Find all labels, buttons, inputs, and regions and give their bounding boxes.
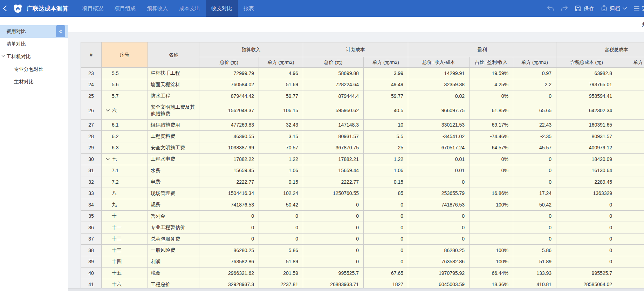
row-value-3[interactable]: 10 (364, 119, 408, 131)
row-value-3[interactable]: 67.65 (364, 268, 408, 279)
row-seq[interactable]: 6.2 (102, 131, 148, 142)
row-value-6[interactable]: 22.43 (513, 119, 556, 131)
row-name[interactable]: 栏杆扶手工程 (148, 68, 199, 79)
row-value-4[interactable]: 0.01 (408, 154, 470, 165)
row-value-7[interactable]: 0 (556, 210, 617, 222)
row-name[interactable]: 墙面天棚涂料 (148, 79, 199, 90)
row-value-2[interactable]: 58699.88 (303, 68, 364, 79)
row-value-1[interactable]: 0 (259, 233, 303, 245)
row-value-8[interactable] (617, 188, 644, 199)
row-index[interactable]: 35 (81, 210, 102, 222)
row-value-3[interactable]: 0 (364, 245, 408, 256)
row-value-0[interactable]: 760584.02 (199, 79, 259, 90)
row-seq[interactable]: 7.2 (102, 176, 148, 188)
sidebar-item-2[interactable]: 工料机对比 (0, 50, 68, 63)
row-index[interactable]: 40 (81, 268, 102, 279)
row-value-3[interactable]: 0 (364, 256, 408, 268)
row-value-6[interactable]: 51.89 (513, 256, 556, 268)
more-button[interactable]: 更多 (633, 5, 644, 12)
row-seq[interactable]: 6.1 (102, 119, 148, 131)
archive-button[interactable]: 归档 (601, 5, 627, 12)
row-value-6[interactable]: 0.97 (513, 68, 556, 79)
row-value-6[interactable]: 0 (513, 90, 556, 102)
row-index[interactable]: 24 (81, 79, 102, 90)
row-value-7[interactable]: 0 (556, 233, 617, 245)
row-value-6[interactable]: 45.57 (513, 142, 556, 154)
row-value-3[interactable]: 5.5 (364, 131, 408, 142)
row-value-4[interactable]: 966097.75 (408, 102, 470, 119)
row-value-2[interactable]: 595950.62 (303, 102, 364, 119)
row-name[interactable]: 防水工程 (148, 90, 199, 102)
row-value-7[interactable]: 160391.65 (556, 119, 617, 131)
row-name[interactable]: 安全文明施工费及其他措施费 (148, 102, 199, 119)
row-value-6[interactable]: 17.24 (513, 188, 556, 199)
row-value-5[interactable] (470, 233, 513, 245)
row-value-1[interactable]: 70.57 (259, 142, 303, 154)
row-value-2[interactable]: 2222.77 (303, 176, 364, 188)
row-value-1[interactable]: 51.69 (259, 79, 303, 90)
row-value-5[interactable]: 0% (470, 90, 513, 102)
row-value-5[interactable]: 19.59% (470, 68, 513, 79)
row-value-3[interactable]: 3.99 (364, 68, 408, 79)
row-value-1[interactable]: 0 (259, 210, 303, 222)
row-expand-caret-icon[interactable] (106, 158, 112, 161)
row-value-3[interactable]: 25 (364, 142, 408, 154)
row-value-2[interactable]: 17882.21 (303, 154, 364, 165)
row-value-0[interactable]: 1504416.34 (199, 188, 259, 199)
row-name[interactable]: 电费 (148, 176, 199, 188)
row-value-5[interactable]: 0% (470, 154, 513, 165)
row-value-3[interactable]: 0.15 (364, 176, 408, 188)
row-value-4[interactable]: -34541.02 (408, 131, 470, 142)
row-value-7[interactable]: 0 (556, 222, 617, 234)
row-index[interactable]: 34 (81, 199, 102, 211)
sidebar-item-1[interactable]: 清单对比 (0, 38, 68, 50)
row-value-0[interactable]: 763582.86 (199, 256, 259, 268)
row-value-8[interactable] (617, 268, 644, 279)
row-value-2[interactable]: 0 (303, 233, 364, 245)
row-value-5[interactable]: 4.25% (470, 79, 513, 90)
row-name[interactable]: 一般风险费 (148, 245, 199, 256)
row-name[interactable]: 专业工程暂估价 (148, 222, 199, 234)
redo-button[interactable] (561, 5, 568, 12)
row-value-4[interactable]: 0 (408, 233, 470, 245)
row-index[interactable]: 27 (81, 119, 102, 131)
row-name[interactable]: 税金 (148, 268, 199, 279)
row-value-0[interactable]: 15659.45 (199, 165, 259, 176)
row-value-6[interactable]: 0 (513, 154, 556, 165)
row-value-1[interactable]: 1.06 (259, 165, 303, 176)
row-value-0[interactable]: 2222.77 (199, 176, 259, 188)
tab-3[interactable]: 成本支出 (173, 0, 206, 17)
row-value-1[interactable]: 50.42 (259, 199, 303, 211)
row-value-1[interactable]: 32.43 (259, 119, 303, 131)
row-value-5[interactable]: 64.57% (470, 142, 513, 154)
back-button[interactable] (0, 0, 11, 17)
row-value-5[interactable]: 100% (470, 199, 513, 211)
row-value-0[interactable]: 0 (199, 222, 259, 234)
row-value-5[interactable]: 0% (470, 165, 513, 176)
row-value-4[interactable]: 0 (408, 222, 470, 234)
row-seq[interactable]: 十二 (102, 233, 148, 245)
row-value-1[interactable]: 5.86 (259, 245, 303, 256)
row-seq[interactable]: 十四 (102, 256, 148, 268)
row-value-1[interactable]: 0 (259, 222, 303, 234)
row-value-7[interactable]: 1363329 (556, 188, 617, 199)
row-value-7[interactable]: 0 (556, 256, 617, 268)
tab-5[interactable]: 报表 (238, 0, 260, 17)
row-value-6[interactable]: -2.35 (513, 131, 556, 142)
row-value-8[interactable] (617, 199, 644, 211)
row-value-2[interactable]: 728224.64 (303, 79, 364, 90)
row-value-1[interactable]: 201.59 (259, 268, 303, 279)
row-value-7[interactable]: 642302.34 (556, 102, 617, 119)
row-value-5[interactable]: 61.85% (470, 102, 513, 119)
row-value-4[interactable]: 86280.25 (408, 245, 470, 256)
row-value-5[interactable] (470, 210, 513, 222)
sidebar-item-4[interactable]: 主材对比 (0, 76, 68, 88)
row-value-2[interactable]: 367870.75 (303, 142, 364, 154)
row-name[interactable]: 暂列金 (148, 210, 199, 222)
row-value-8[interactable] (617, 119, 644, 131)
row-value-8[interactable] (617, 79, 644, 90)
row-value-2[interactable]: 0 (303, 245, 364, 256)
row-value-6[interactable]: 133.93 (513, 268, 556, 279)
row-value-4[interactable]: 1970795.92 (408, 268, 470, 279)
row-value-3[interactable]: 0 (364, 210, 408, 222)
